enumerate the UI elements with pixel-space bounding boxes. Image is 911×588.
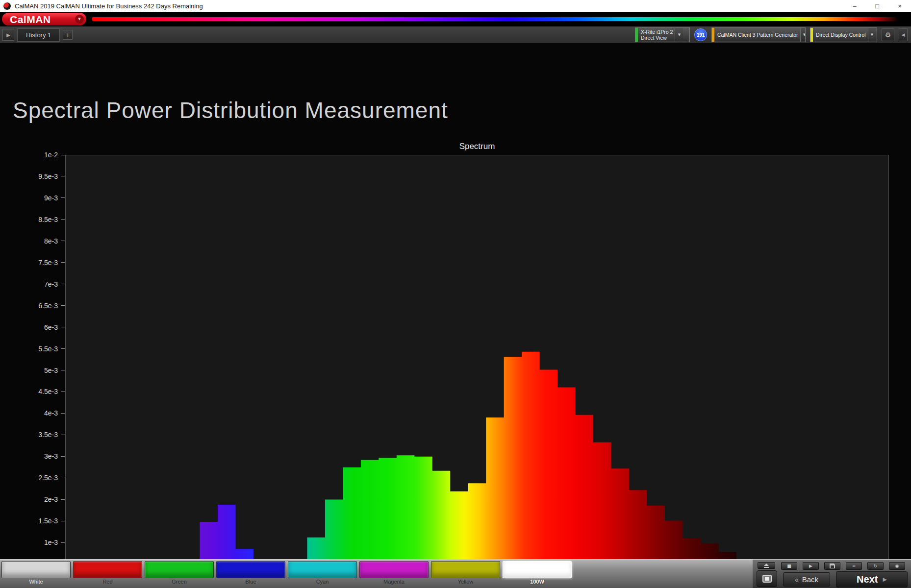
color-swatch: [431, 561, 500, 578]
next-label: Next: [857, 574, 878, 585]
y-tick-label: 7e-3: [44, 280, 58, 288]
pattern-source-select[interactable]: CalMAN Client 3 Pattern Generator ▼: [711, 27, 806, 42]
y-tick-mark: [61, 176, 65, 176]
chevron-down-icon: ▼: [678, 33, 681, 37]
color-patch-cyan-button[interactable]: Cyan: [288, 561, 357, 585]
y-tick-label: 6.5e-3: [38, 302, 58, 310]
y-tick-mark: [61, 521, 65, 521]
window-title: CalMAN 2019 CalMAN Ultimate for Business…: [15, 2, 203, 10]
color-patch-yellow-button[interactable]: Yellow: [431, 561, 500, 585]
display-control-select[interactable]: Direct Display Control ▼: [810, 27, 877, 42]
measurement-count-badge[interactable]: 191: [694, 28, 707, 41]
capture-button[interactable]: ◉: [889, 562, 905, 570]
y-tick-mark: [61, 435, 65, 435]
back-button[interactable]: « Back: [783, 572, 830, 587]
color-patch-green-button[interactable]: Green: [145, 561, 214, 585]
collapse-panel-button[interactable]: ◀: [899, 28, 908, 41]
save-button[interactable]: [824, 562, 840, 570]
brand-bar: CalMAN ▼: [0, 12, 911, 26]
next-button[interactable]: Next ▶: [836, 571, 908, 588]
color-patch-magenta-button[interactable]: Magenta: [359, 561, 429, 585]
calman-logo-text: CalMAN: [10, 14, 51, 24]
y-tick-mark: [61, 262, 65, 263]
color-swatch: [216, 561, 285, 578]
tab-bar: ▶ History 1 + X-Rite i1Pro 2 Direct View…: [0, 26, 911, 43]
pattern-source-name: CalMAN Client 3 Pattern Generator: [717, 32, 798, 38]
y-tick-mark: [61, 284, 65, 284]
gear-icon: ⚙: [885, 31, 891, 39]
y-tick-mark: [61, 197, 65, 198]
calman-logo-button[interactable]: CalMAN ▼: [2, 13, 86, 25]
workspace: Spectral Power Distribution Measurement …: [0, 43, 911, 559]
color-patch-label: 100W: [503, 579, 572, 585]
meter-mode: Direct View: [641, 35, 673, 41]
y-tick-label: 2.5e-3: [38, 474, 58, 482]
play-icon: ▶: [809, 564, 812, 568]
y-tick-label: 6e-3: [44, 323, 58, 331]
color-patch-label: Cyan: [288, 579, 357, 585]
color-patch-label: Green: [145, 579, 214, 585]
display-control-name: Direct Display Control: [816, 32, 866, 38]
color-patch-label: Blue: [216, 579, 285, 585]
y-tick-mark: [61, 478, 65, 478]
refresh-icon: ↻: [874, 564, 878, 568]
y-tick-label: 9e-3: [44, 194, 58, 202]
y-tick-mark: [61, 542, 65, 543]
continuous-measure-button[interactable]: ∞: [846, 562, 862, 570]
chevron-down-icon: ▼: [871, 33, 873, 37]
next-arrow-icon: ▶: [883, 576, 886, 583]
y-tick-label: 4.5e-3: [38, 388, 58, 395]
transport-panel: ■▶∞↻◉ « Back Next ▶: [753, 560, 911, 588]
y-tick-label: 2e-3: [44, 495, 58, 503]
y-tick-mark: [61, 327, 65, 327]
continuous-measure-icon: ∞: [852, 564, 856, 568]
device-panel: X-Rite i1Pro 2 Direct View ▼ 191 CalMAN …: [635, 27, 909, 42]
back-chevrons-icon: «: [795, 576, 799, 583]
meter-dropdown-button[interactable]: ▼: [675, 28, 683, 42]
y-tick-mark: [61, 348, 65, 349]
y-tick-label: 1.5e-3: [38, 517, 58, 525]
y-tick-mark: [61, 499, 65, 500]
play-button[interactable]: ▶: [803, 562, 819, 570]
chevron-down-icon: ▼: [803, 33, 806, 37]
back-label: Back: [802, 575, 818, 584]
eject-button[interactable]: [758, 562, 775, 569]
spectrum-strip: [92, 17, 896, 21]
logo-dropdown-icon: ▼: [75, 15, 84, 24]
refresh-button[interactable]: ↻: [867, 562, 884, 570]
app-icon: [3, 2, 11, 10]
capture-icon: ◉: [895, 564, 899, 568]
color-patch-blue-button[interactable]: Blue: [216, 561, 285, 585]
pattern-source-dropdown-button[interactable]: ▼: [800, 28, 806, 42]
expand-icon: ▶: [6, 32, 10, 38]
close-button[interactable]: ×: [888, 0, 911, 12]
y-tick-mark: [61, 241, 65, 241]
y-tick-label: 8e-3: [44, 237, 58, 245]
save-icon: [830, 564, 835, 568]
y-tick-label: 3e-3: [44, 452, 58, 460]
y-tick-mark: [61, 456, 65, 457]
color-patch-100w-button[interactable]: 100W: [503, 561, 572, 585]
spectrum-fill: [66, 155, 888, 585]
y-tick-mark: [61, 219, 65, 220]
history-expand-button[interactable]: ▶: [2, 29, 14, 41]
color-patch-red-button[interactable]: Red: [73, 561, 142, 585]
y-tick-mark: [61, 370, 65, 370]
tab-history-1[interactable]: History 1: [17, 28, 60, 42]
chart-title: Spectrum: [65, 142, 889, 151]
y-axis: 1e-29.5e-39e-38.5e-38e-37.5e-37e-36.5e-3…: [0, 155, 65, 586]
y-tick-mark: [61, 155, 65, 155]
settings-button[interactable]: ⚙: [882, 28, 894, 41]
meter-select[interactable]: X-Rite i1Pro 2 Direct View ▼: [635, 27, 690, 42]
pattern-window-button[interactable]: [757, 570, 777, 587]
plot-area: [65, 155, 889, 586]
stop-button[interactable]: ■: [781, 562, 797, 570]
color-patch-white-button[interactable]: White: [1, 561, 71, 585]
display-control-dropdown-button[interactable]: ▼: [868, 28, 876, 42]
y-tick-label: 8.5e-3: [38, 216, 58, 223]
meter-name: X-Rite i1Pro 2: [641, 29, 673, 35]
minimize-button[interactable]: –: [843, 0, 866, 12]
add-tab-button[interactable]: +: [63, 30, 73, 40]
maximize-button[interactable]: □: [866, 0, 888, 12]
y-tick-label: 1e-3: [44, 539, 58, 546]
